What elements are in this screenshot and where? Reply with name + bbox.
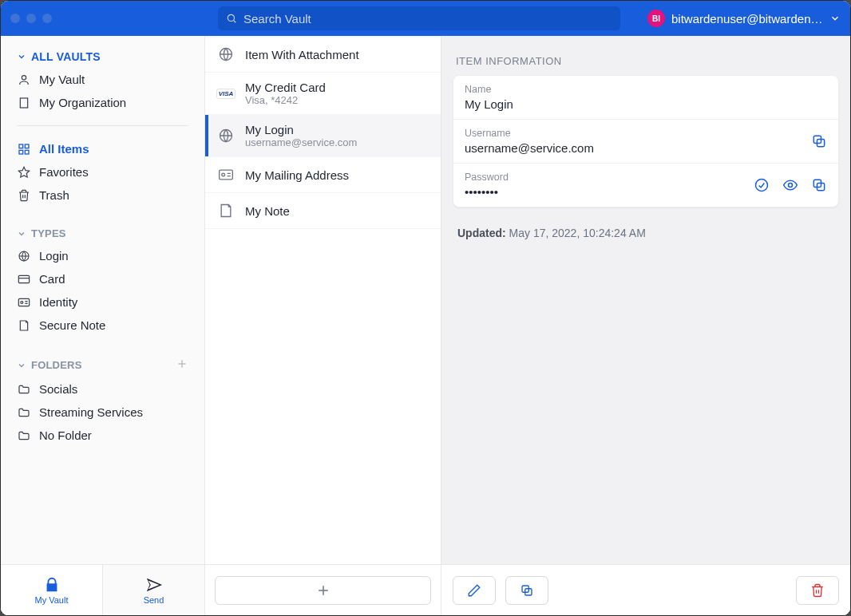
sidebar: ALL VAULTS My Vault My Organization — [1, 36, 205, 615]
sidebar-type-login[interactable]: Login — [1, 244, 204, 267]
copy-username-button[interactable] — [811, 133, 827, 149]
id-icon — [216, 165, 236, 184]
svg-point-30 — [222, 173, 225, 176]
footer-tab-vault[interactable]: My Vault — [1, 565, 103, 615]
footer-tab-label: My Vault — [35, 595, 69, 605]
search-icon — [226, 13, 237, 24]
sidebar-type-card[interactable]: Card — [1, 267, 204, 290]
sidebar-type-identity[interactable]: Identity — [1, 290, 204, 314]
footer-tab-send[interactable]: Send — [103, 565, 204, 615]
svg-point-2 — [22, 75, 26, 79]
item-subtitle: Visa, *4242 — [245, 94, 326, 106]
sidebar-section-label: TYPES — [31, 227, 66, 239]
field-name: Name My Login — [453, 76, 838, 120]
sidebar-item-label: Card — [39, 272, 65, 286]
folder-icon — [17, 429, 31, 442]
building-icon — [17, 97, 31, 109]
field-label: Username — [465, 128, 811, 139]
footer-tab-label: Send — [144, 595, 164, 605]
detail-section-header: ITEM INFORMATION — [456, 55, 839, 67]
svg-line-1 — [234, 21, 236, 23]
toggle-visibility-button[interactable] — [782, 177, 798, 193]
sidebar-section-types[interactable]: TYPES — [1, 219, 204, 244]
user-icon — [17, 73, 31, 86]
item-list-footer — [205, 564, 441, 615]
check-circle-icon — [754, 177, 770, 193]
sidebar-item-org[interactable]: My Organization — [1, 91, 204, 114]
close-window-icon[interactable] — [10, 14, 20, 23]
svg-rect-11 — [25, 144, 29, 148]
list-item[interactable]: My Mailing Address — [205, 157, 441, 193]
list-item[interactable]: VISA My Credit Card Visa, *4242 — [205, 73, 441, 115]
sidebar-item-label: Secure Note — [39, 318, 105, 332]
sidebar-section-label: ALL VAULTS — [31, 50, 101, 63]
note-icon — [17, 319, 31, 332]
list-item[interactable]: Item With Attachment — [205, 36, 441, 73]
globe-icon — [17, 250, 31, 263]
chevron-down-icon — [17, 229, 26, 239]
titlebar: BI bitwardenuser@bitwarden.... — [1, 1, 850, 36]
maximize-window-icon[interactable] — [42, 14, 52, 23]
globe-icon — [216, 126, 236, 145]
svg-rect-10 — [19, 144, 23, 148]
item-title: My Login — [245, 123, 357, 136]
id-icon — [17, 296, 31, 309]
sidebar-type-note[interactable]: Secure Note — [1, 314, 204, 337]
chevron-down-icon — [829, 13, 841, 24]
sidebar-item-favorites[interactable]: Favorites — [1, 160, 204, 184]
sidebar-item-label: Login — [39, 249, 69, 263]
clone-button[interactable] — [505, 576, 548, 605]
sidebar-item-label: Favorites — [39, 165, 89, 179]
svg-rect-13 — [25, 150, 29, 154]
add-item-button[interactable] — [215, 576, 431, 605]
svg-rect-12 — [19, 150, 23, 154]
check-password-button[interactable] — [754, 177, 770, 193]
copy-icon — [811, 133, 827, 149]
app-window: BI bitwardenuser@bitwarden.... ALL VAULT… — [0, 0, 851, 616]
field-value: •••••••• — [465, 185, 754, 199]
field-value: My Login — [465, 97, 827, 111]
sidebar-item-my-vault[interactable]: My Vault — [1, 68, 204, 91]
sidebar-folder-streaming[interactable]: Streaming Services — [1, 401, 204, 424]
sidebar-folder-socials[interactable]: Socials — [1, 377, 204, 401]
list-item[interactable]: My Note — [205, 193, 441, 229]
trash-icon — [17, 189, 31, 202]
sidebar-item-trash[interactable]: Trash — [1, 184, 204, 207]
sidebar-item-label: All Items — [39, 142, 89, 156]
sidebar-item-all-items[interactable]: All Items — [1, 137, 204, 160]
folder-icon — [17, 383, 31, 396]
delete-button[interactable] — [796, 576, 839, 605]
sidebar-section-all-vaults[interactable]: ALL VAULTS — [1, 42, 204, 68]
item-list: Item With Attachment VISA My Credit Card… — [205, 36, 441, 615]
account-email: bitwardenuser@bitwarden.... — [671, 12, 823, 26]
sidebar-item-label: Socials — [39, 382, 77, 396]
list-item[interactable]: My Login username@service.com — [205, 115, 441, 157]
minimize-window-icon[interactable] — [26, 14, 36, 23]
copy-icon — [811, 177, 827, 193]
updated-label: Updated: — [457, 227, 506, 239]
window-controls[interactable] — [10, 14, 218, 23]
sidebar-folder-none[interactable]: No Folder — [1, 424, 204, 447]
star-icon — [17, 166, 31, 179]
folder-icon — [17, 406, 31, 419]
divider — [17, 125, 188, 126]
search-input[interactable] — [218, 6, 620, 30]
avatar: BI — [647, 10, 665, 27]
sidebar-footer: My Vault Send — [1, 564, 204, 615]
detail-card: Name My Login Username username@service.… — [453, 75, 839, 207]
lock-icon — [43, 576, 61, 594]
detail-pane: ITEM INFORMATION Name My Login Username … — [441, 36, 850, 615]
svg-rect-3 — [20, 98, 27, 108]
add-folder-button[interactable] — [176, 357, 188, 373]
item-title: My Credit Card — [245, 81, 326, 94]
globe-icon — [216, 45, 236, 64]
account-menu[interactable]: BI bitwardenuser@bitwarden.... — [631, 10, 841, 27]
svg-rect-29 — [220, 170, 233, 180]
clone-icon — [520, 583, 534, 598]
edit-button[interactable] — [453, 576, 496, 605]
chevron-down-icon — [17, 361, 26, 370]
sidebar-section-folders[interactable]: FOLDERS — [1, 349, 204, 377]
sidebar-item-label: Streaming Services — [39, 405, 143, 419]
copy-password-button[interactable] — [811, 177, 827, 193]
chevron-down-icon — [17, 52, 26, 61]
